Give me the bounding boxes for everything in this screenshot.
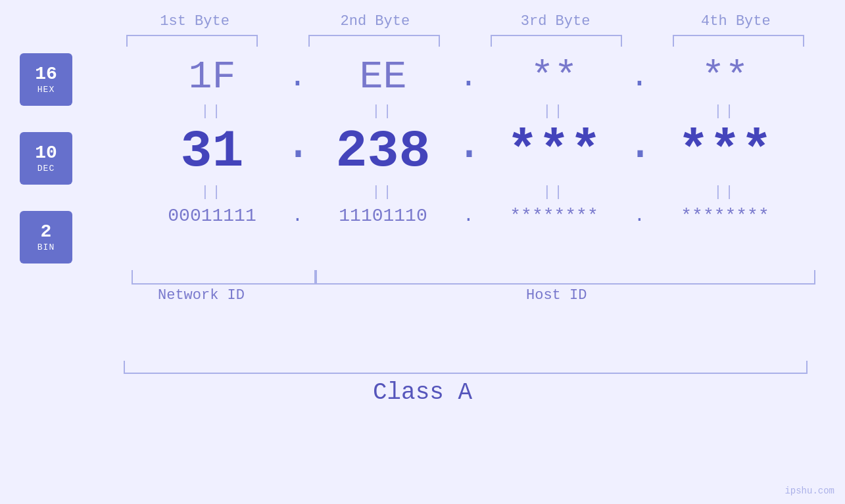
hex-badge-number: 16 — [35, 64, 57, 85]
header-byte4: 4th Byte — [664, 13, 808, 30]
dec-badge: 10 DEC — [20, 132, 72, 185]
dec-b1: 31 — [140, 123, 285, 181]
eq1-b1: || — [140, 103, 285, 120]
bin-b4-value: ******** — [681, 206, 769, 226]
dec-b2: 238 — [311, 123, 456, 181]
host-bracket — [316, 270, 815, 285]
hex-b4: ** — [653, 53, 798, 101]
network-id-label: Network ID — [158, 287, 245, 304]
hex-badge: 16 HEX — [20, 53, 72, 106]
hex-b2-value: EE — [359, 55, 406, 99]
hex-b1: 1F — [140, 53, 285, 101]
eq2-b3: || — [482, 184, 627, 200]
host-id-label: Host ID — [526, 287, 587, 304]
bin-badge-number: 2 — [41, 222, 52, 242]
dec-sep3: . — [627, 122, 653, 181]
bin-b2: 11101110 — [311, 203, 456, 229]
hex-b4-value: ** — [701, 55, 748, 99]
bin-b1-value: 00011111 — [168, 206, 256, 226]
bottom-section: Network ID Host ID — [0, 270, 845, 316]
hex-b1-value: 1F — [188, 55, 235, 99]
bin-b3-value: ******** — [510, 206, 598, 226]
hex-sep3: . — [627, 61, 653, 93]
dec-badge-label: DEC — [37, 164, 55, 173]
main-container: 1st Byte 2nd Byte 3rd Byte 4th Byte 16 H… — [0, 0, 845, 504]
bin-sep1: . — [285, 207, 311, 225]
byte-headers: 1st Byte 2nd Byte 3rd Byte 4th Byte — [120, 13, 811, 30]
dec-b1-value: 31 — [180, 122, 243, 181]
badges-column: 16 HEX 10 DEC 2 BIN — [0, 53, 92, 263]
hex-b3-value: ** — [530, 55, 577, 99]
hex-badge-label: HEX — [37, 85, 55, 95]
hex-sep1: . — [285, 61, 311, 93]
eq2-b4: || — [653, 184, 798, 200]
bracket-byte2 — [308, 35, 440, 47]
header-byte1: 1st Byte — [122, 13, 267, 30]
eq1-b2: || — [311, 103, 456, 120]
bracket-byte4 — [673, 35, 804, 47]
dec-badge-number: 10 — [35, 143, 57, 164]
dec-sep2: . — [456, 122, 482, 181]
dec-b3: *** — [482, 123, 627, 181]
bin-sep3: . — [627, 207, 653, 225]
eq2-b2: || — [311, 184, 456, 200]
bin-badge-label: BIN — [37, 242, 55, 252]
class-label: Class A — [373, 379, 472, 406]
dec-b2-value: 238 — [335, 122, 430, 181]
equals-row-2: || || || || — [92, 181, 845, 203]
hex-b3: ** — [482, 53, 627, 101]
header-byte3: 3rd Byte — [483, 13, 628, 30]
bin-b2-value: 11101110 — [339, 206, 427, 226]
bin-badge: 2 BIN — [20, 211, 72, 263]
dec-sep1: . — [285, 122, 311, 181]
bracket-byte1 — [126, 35, 258, 47]
class-bracket — [124, 361, 808, 374]
eq2-b1: || — [140, 184, 285, 200]
bin-sep2: . — [456, 207, 482, 225]
eq1-b3: || — [482, 103, 627, 120]
data-rows: 1F . EE . ** . ** || || — [92, 53, 845, 263]
eq1-b4: || — [653, 103, 798, 120]
class-section: Class A — [0, 361, 845, 406]
dec-b4: *** — [653, 123, 798, 181]
bracket-byte3 — [491, 35, 622, 47]
header-byte2: 2nd Byte — [302, 13, 447, 30]
hex-sep2: . — [456, 61, 482, 93]
hex-row: 1F . EE . ** . ** — [92, 53, 845, 101]
dec-b3-value: *** — [506, 122, 601, 181]
bin-b1: 00011111 — [140, 203, 285, 229]
bin-b3: ******** — [482, 203, 627, 229]
hex-b2: EE — [311, 53, 456, 101]
top-brackets — [120, 35, 811, 47]
bin-b4: ******** — [653, 203, 798, 229]
bin-row: 00011111 . 11101110 . ******** . *******… — [92, 203, 845, 229]
dec-b4-value: *** — [677, 122, 772, 181]
network-bracket — [132, 270, 316, 285]
watermark: ipshu.com — [785, 486, 834, 496]
dec-row: 31 . 238 . *** . *** — [92, 122, 845, 181]
